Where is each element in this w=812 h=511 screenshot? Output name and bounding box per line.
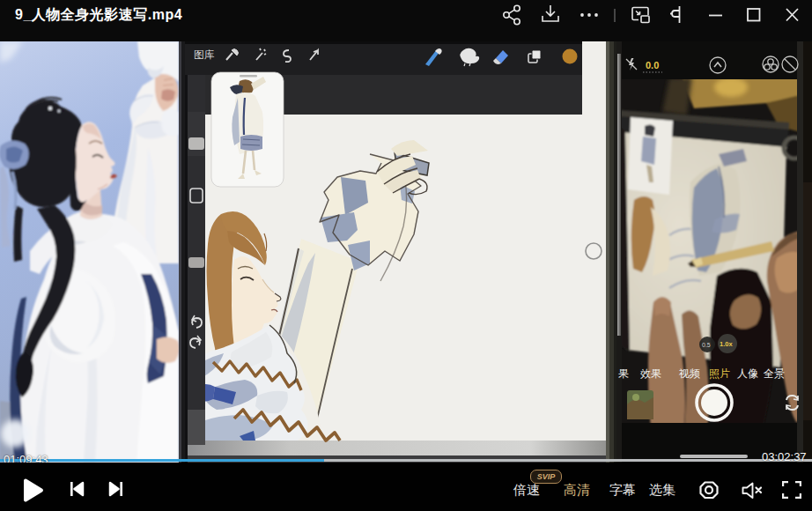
svg-text:照片: 照片 bbox=[709, 367, 730, 380]
svg-text:1.0x: 1.0x bbox=[720, 340, 733, 348]
svg-text:视频: 视频 bbox=[678, 367, 700, 380]
svg-text:全景: 全景 bbox=[764, 367, 785, 380]
svg-text:图库: 图库 bbox=[194, 49, 215, 60]
svg-text:效果: 效果 bbox=[640, 367, 661, 380]
svg-text:0.0: 0.0 bbox=[646, 60, 659, 70]
svg-text:人像: 人像 bbox=[737, 367, 758, 380]
svg-text:果: 果 bbox=[618, 367, 629, 380]
svg-text:0.5: 0.5 bbox=[702, 342, 711, 348]
